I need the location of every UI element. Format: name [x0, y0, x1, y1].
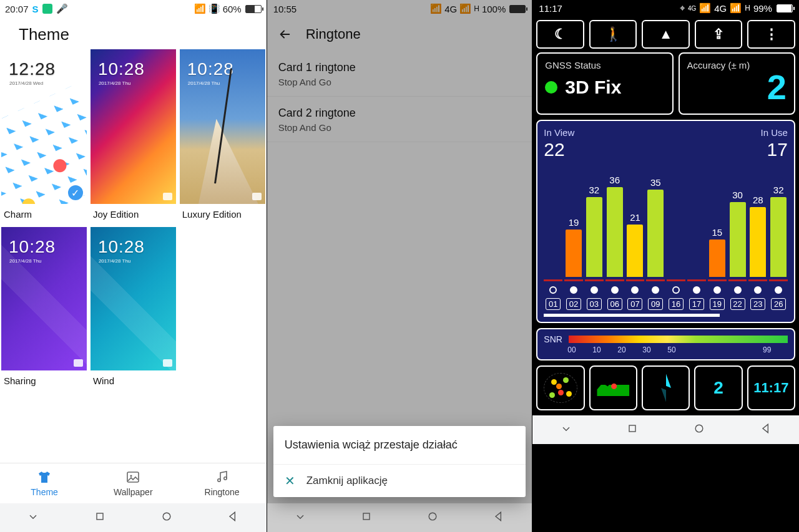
compass-widget[interactable] — [642, 365, 690, 410]
svg-point-5 — [163, 513, 170, 520]
in-view-label: In View — [544, 127, 574, 138]
sky-plot-widget[interactable] — [536, 365, 584, 410]
tab-wallpaper[interactable]: Wallpaper — [89, 463, 177, 503]
crash-dialog: Ustawienia wciąż przestaje działać ✕ Zam… — [273, 426, 526, 497]
svg-rect-8 — [629, 425, 635, 432]
svg-rect-6 — [363, 513, 370, 520]
thumb-clock: 10:28 — [98, 237, 145, 257]
thumb-clock: 10:28 — [9, 237, 56, 257]
nav-recent-icon[interactable] — [626, 422, 639, 437]
theme-card-charm[interactable]: 12:28 2017/4/28 Wed ✓ Charm — [1, 49, 87, 223]
world-map-widget[interactable] — [589, 365, 637, 410]
thumb-date: 2017/4/28 Thu — [99, 80, 130, 86]
ringtone-screen: 10:55 📶 4G 📶 H 100% Ringtone Card 1 ring… — [267, 0, 533, 532]
thumb-clock: 10:28 — [98, 59, 145, 79]
in-use-count: 17 — [761, 139, 788, 160]
location-icon: ⌖ — [680, 2, 685, 14]
gnss-status-card[interactable]: GNSS Status 3D Fix — [536, 52, 673, 115]
snr-label: SNR — [544, 334, 562, 344]
snr-gradient-bar — [569, 336, 788, 343]
theme-card-sharing[interactable]: 10:28 2017/4/28 Thu Sharing — [1, 227, 87, 390]
battery-pct: 99% — [753, 3, 772, 14]
snr-legend-card[interactable]: SNR 001020305099 — [536, 328, 795, 360]
sat-bar-26: 3226 — [769, 197, 788, 310]
theme-card-luxury[interactable]: 10:28 2017/4/28 Thu Luxury Edition — [180, 49, 265, 223]
tab-ringtone[interactable]: Ringtone — [177, 463, 266, 503]
sat-bar-16: 16 — [667, 277, 685, 310]
shirt-icon — [37, 470, 52, 485]
svg-point-3 — [223, 477, 226, 480]
theme-name: Wind — [91, 370, 176, 390]
nav-back-icon[interactable] — [227, 510, 239, 525]
hiker-icon: 🚶 — [605, 26, 622, 42]
dialog-close-action[interactable]: ✕ Zamknij aplikację — [273, 464, 526, 497]
sat-bar-22: 3022 — [728, 202, 747, 310]
theme-card-joy[interactable]: 10:28 2017/4/28 Thu Joy Edition — [91, 49, 176, 223]
thumb-date: 2017/4/28 Thu — [99, 258, 130, 264]
thumb-date: 2017/4/28 Thu — [188, 80, 220, 86]
camera-icon — [74, 359, 83, 367]
svg-point-7 — [429, 513, 436, 520]
scroll-indicator — [544, 314, 788, 317]
clock-widget[interactable]: 11:17 — [747, 365, 795, 410]
card-header: GNSS Status — [545, 60, 664, 70]
signal-icon: 📶 — [699, 2, 711, 14]
satellite-bar-chart[interactable]: In View22 In Use17 011902320336062107350… — [536, 120, 795, 323]
net-label: 4G — [714, 3, 727, 14]
image-icon — [125, 470, 140, 485]
android-navbar — [267, 503, 532, 532]
theme-card-wind[interactable]: 10:28 2017/4/28 Thu Wind — [91, 227, 176, 390]
svg-point-1 — [130, 475, 132, 476]
battery-icon — [777, 4, 793, 12]
share-icon: ⇪ — [713, 26, 724, 42]
accuracy-widget[interactable]: 2 — [694, 365, 742, 410]
selected-check-icon: ✓ — [67, 184, 84, 201]
theme-name: Luxury Edition — [180, 204, 265, 223]
app-tray-icon — [42, 4, 52, 14]
status-bar: 20:07 S 🎤 📶 📳 60% — [0, 0, 267, 17]
sat-bar-07: 2107 — [626, 225, 645, 310]
nav-recent-icon[interactable] — [360, 510, 373, 525]
android-navbar — [532, 415, 799, 444]
night-mode-button[interactable]: ☾ — [536, 20, 584, 49]
page-title: Theme — [0, 17, 267, 49]
camera-icon — [163, 359, 172, 367]
overflow-button[interactable]: ⋮ — [747, 20, 795, 49]
theme-name: Charm — [1, 204, 87, 223]
widget-big-number: 2 — [713, 378, 723, 398]
arrow-up-icon: ▲ — [659, 26, 673, 42]
compass-needle-icon — [654, 373, 679, 403]
accuracy-value: 2 — [687, 67, 787, 107]
thumb-date: 2017/4/28 Wed — [9, 80, 43, 86]
tab-label: Wallpaper — [114, 487, 153, 497]
nav-home-icon[interactable] — [693, 422, 705, 437]
mic-icon: 🎤 — [56, 3, 68, 14]
walk-button[interactable]: 🚶 — [589, 20, 637, 49]
status-clock: 11:17 — [539, 3, 562, 14]
nav-back-icon[interactable] — [493, 510, 505, 525]
dialog-message: Ustawienia wciąż przestaje działać — [273, 426, 526, 464]
share-button[interactable]: ⇪ — [695, 20, 743, 49]
nav-expand-icon[interactable] — [560, 422, 572, 437]
bottom-widget-row: 2 11:17 — [532, 360, 799, 415]
music-icon — [215, 470, 230, 485]
thumb-clock: 12:28 — [9, 59, 56, 79]
tab-theme[interactable]: Theme — [0, 463, 89, 503]
sat-bar-02: 1902 — [564, 230, 583, 310]
sat-bar-09: 3509 — [646, 190, 665, 310]
sat-bar-23: 2823 — [748, 207, 767, 310]
camera-icon — [252, 193, 262, 200]
nav-expand-icon[interactable] — [27, 510, 39, 525]
nav-home-icon[interactable] — [160, 510, 173, 525]
accuracy-card[interactable]: Accuracy (± m) 2 — [679, 52, 795, 115]
nav-home-icon[interactable] — [426, 510, 439, 525]
tab-label: Ringtone — [205, 487, 240, 497]
wifi-icon: 📶 — [194, 3, 206, 14]
nav-recent-icon[interactable] — [94, 510, 106, 525]
thumb-clock: 10:28 — [187, 59, 234, 79]
nav-expand-icon[interactable] — [294, 510, 306, 525]
nav-back-icon[interactable] — [760, 422, 772, 437]
svg-rect-0 — [127, 472, 139, 482]
nav-button[interactable]: ▲ — [642, 20, 690, 49]
gnss-status-screen: 11:17 ⌖ 4G 📶 4G 📶 H 99% ☾ 🚶 ▲ ⇪ ⋮ GNSS S… — [532, 0, 799, 532]
